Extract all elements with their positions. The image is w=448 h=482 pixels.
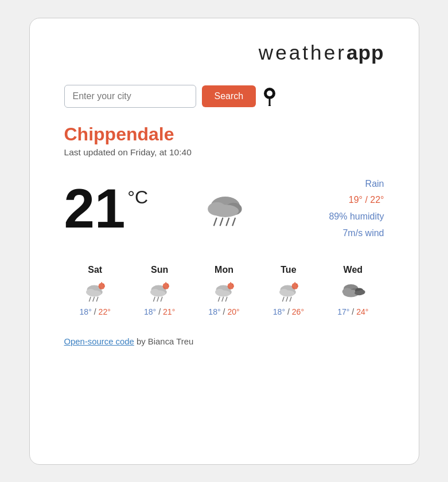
svg-point-4 [268, 104, 271, 106]
weather-details: Rain 19° / 22° 89% humidity 7m/s wind [278, 176, 384, 242]
city-search-input[interactable] [64, 85, 196, 108]
svg-line-50 [283, 297, 284, 301]
forecast-day-name: Wed [344, 265, 363, 275]
forecast-row: Sat 18° / 22° Sun [64, 265, 384, 316]
humidity-label: 89% humidity [278, 209, 384, 225]
svg-line-10 [220, 218, 223, 225]
temperature-value: 21 [64, 181, 126, 236]
svg-point-27 [152, 290, 166, 296]
weather-icon-block [171, 187, 278, 230]
svg-line-30 [161, 297, 162, 301]
forecast-day-sat: Sat 18° / 22° [64, 265, 126, 316]
forecast-icon-sun [146, 280, 173, 303]
forecast-temps-sun: 18° / 21° [144, 307, 175, 316]
forecast-day-name: Sun [151, 265, 168, 275]
forecast-temps-sat: 18° / 22° [80, 307, 111, 316]
condition-label: Rain [278, 176, 384, 193]
forecast-day-name: Tue [281, 265, 296, 275]
svg-line-52 [290, 297, 291, 301]
svg-line-41 [225, 297, 227, 301]
forecast-temps-tue: 18° / 26° [273, 307, 304, 316]
svg-rect-3 [269, 99, 271, 105]
city-name: Chippendale [64, 124, 384, 145]
svg-line-11 [226, 218, 229, 225]
footer: Open-source code by Bianca Treu [64, 337, 384, 346]
svg-line-51 [286, 297, 287, 301]
search-button[interactable]: Search [202, 85, 256, 107]
svg-point-38 [216, 290, 230, 296]
svg-point-63 [355, 291, 364, 295]
forecast-day-wed: Wed 17° / 24° [322, 265, 384, 316]
svg-point-2 [268, 92, 271, 95]
forecast-temps-mon: 18° / 20° [208, 307, 239, 316]
last-updated: Last updated on Friday, at 10:40 [64, 147, 384, 158]
forecast-icon-sat [81, 280, 109, 303]
svg-line-9 [214, 218, 217, 225]
forecast-day-mon: Mon 18° / 20° [193, 265, 255, 316]
location-icon[interactable] [262, 87, 278, 106]
svg-point-8 [212, 205, 239, 217]
forecast-day-tue: Tue 18° / 26° [258, 265, 320, 316]
svg-line-29 [157, 297, 158, 301]
temp-range: 19° / 22° [278, 192, 384, 209]
temperature-block: 21 °C [64, 181, 171, 236]
footer-suffix: by Bianca Treu [134, 337, 193, 346]
svg-line-28 [154, 297, 155, 301]
weather-condition-icon [198, 187, 250, 230]
temperature-unit: °C [127, 187, 148, 208]
svg-line-40 [222, 297, 223, 301]
forecast-day-sun: Sun 18° / 21° [128, 265, 190, 316]
forecast-icon-tue [275, 280, 302, 303]
svg-point-16 [87, 290, 101, 296]
svg-line-12 [232, 218, 235, 225]
app-title-light: weather [259, 41, 346, 64]
search-row: Search [64, 85, 384, 108]
forecast-temps-wed: 17° / 24° [337, 307, 368, 316]
svg-point-49 [281, 290, 294, 296]
svg-line-39 [218, 297, 219, 301]
forecast-day-name: Mon [215, 265, 233, 275]
weather-main: 21 °C Rain 19° / 22° 89% humidity [64, 176, 384, 242]
wind-label: 7m/s wind [278, 225, 384, 242]
weather-card: weatherapp Search Chippendale Last updat… [29, 18, 419, 465]
svg-line-19 [96, 297, 98, 301]
app-title-bold: app [346, 41, 384, 64]
app-title: weatherapp [64, 41, 384, 64]
svg-line-18 [93, 297, 94, 301]
open-source-link[interactable]: Open-source code [64, 337, 134, 346]
forecast-day-name: Sat [88, 265, 102, 275]
forecast-icon-wed [339, 280, 367, 303]
svg-line-17 [89, 297, 90, 301]
forecast-icon-mon [211, 280, 238, 303]
